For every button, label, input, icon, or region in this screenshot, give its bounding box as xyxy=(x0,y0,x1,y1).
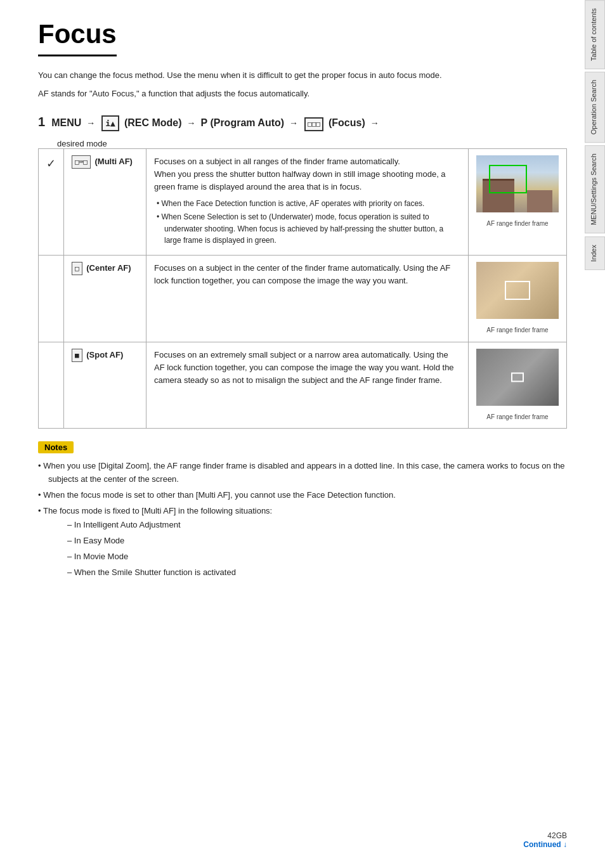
checkmark-cell: ✓ xyxy=(39,149,64,256)
multi-af-bullet-1: When the Face Detection function is acti… xyxy=(157,198,460,210)
multi-af-description: Focuses on a subject in all ranges of th… xyxy=(154,157,446,191)
notes-item-2: When the focus mode is set to other than… xyxy=(38,489,567,502)
arrow-1: → xyxy=(86,117,95,130)
center-af-check-cell xyxy=(39,255,64,342)
multi-af-icon: □⌨□ xyxy=(72,155,91,169)
tab-table-of-contents[interactable]: Table of contents xyxy=(585,0,605,69)
step-rec-mode-label: (REC Mode) xyxy=(124,115,182,131)
notes-section: Notes When you use [Digital Zoom], the A… xyxy=(38,441,567,579)
multi-af-bullets: When the Face Detection function is acti… xyxy=(154,198,460,247)
step-desired-mode: desired mode xyxy=(57,139,567,148)
step-program-auto-label: P (Program Auto) xyxy=(201,115,285,131)
center-af-cell: □ (Center AF) xyxy=(64,255,146,342)
step-number: 1 xyxy=(38,112,45,131)
multi-af-label: (Multi AF) xyxy=(95,157,133,166)
table-row: ✓ □⌨□ (Multi AF) Focuses on a subject in… xyxy=(39,149,567,256)
center-af-image xyxy=(476,262,559,319)
multi-af-image-cell: AF range finder frame xyxy=(469,149,567,256)
center-af-desc-cell: Focuses on a subject in the center of th… xyxy=(146,255,469,342)
intro-paragraph-1: You can change the focus method. Use the… xyxy=(38,69,567,82)
spot-af-icon: ■ xyxy=(72,349,82,362)
checkmark-icon: ✓ xyxy=(46,157,56,170)
center-af-frame-label: AF range finder frame xyxy=(476,325,559,335)
notes-sub-item-4: When the Smile Shutter function is activ… xyxy=(67,566,567,580)
notes-badge: Notes xyxy=(38,441,74,453)
step-menu-label: MENU xyxy=(51,115,81,131)
multi-af-desc-cell: Focuses on a subject in all ranges of th… xyxy=(146,149,469,256)
center-af-image-cell: AF range finder frame xyxy=(469,255,567,342)
right-sidebar: Table of contents Operation Search MENU/… xyxy=(581,0,605,868)
multi-af-image xyxy=(476,155,559,212)
spot-af-description: Focuses on an extremely small subject or… xyxy=(154,350,454,385)
notes-sub-item-1: In Intelligent Auto Adjustment xyxy=(67,519,567,532)
spot-af-desc-cell: Focuses on an extremely small subject or… xyxy=(146,342,469,429)
table-row: □ (Center AF) Focuses on a subject in th… xyxy=(39,255,567,342)
spot-af-label: (Spot AF) xyxy=(86,350,123,360)
center-af-description: Focuses on a subject in the center of th… xyxy=(154,263,450,285)
af-frame-spot xyxy=(511,372,524,382)
arrow-3: → xyxy=(289,117,298,130)
notes-sub-list: In Intelligent Auto Adjustment In Easy M… xyxy=(48,519,567,579)
table-row: ■ (Spot AF) Focuses on an extremely smal… xyxy=(39,342,567,429)
center-af-label: (Center AF) xyxy=(86,263,131,273)
spot-af-image xyxy=(476,349,559,406)
focus-mode-icon: □□□ xyxy=(304,117,323,132)
step-focus-label: (Focus) xyxy=(329,115,365,131)
notes-sub-item-3: In Movie Mode xyxy=(67,550,567,564)
page-title: Focus xyxy=(38,19,117,56)
multi-af-frame-label: AF range finder frame xyxy=(476,219,559,229)
notes-item-1: When you use [Digital Zoom], the AF rang… xyxy=(38,460,567,486)
arrow-4: → xyxy=(370,117,379,130)
arrow-2: → xyxy=(187,117,196,130)
af-frame-center xyxy=(505,281,530,300)
page-container: Table of contents Operation Search MENU/… xyxy=(0,0,605,868)
spot-af-check-cell xyxy=(39,342,64,429)
continued-label: Continued ↓ xyxy=(523,840,567,849)
notes-sub-item-2: In Easy Mode xyxy=(67,534,567,548)
spot-af-cell: ■ (Spot AF) xyxy=(64,342,146,429)
notes-item-3: The focus mode is fixed to [Multi AF] in… xyxy=(38,505,567,580)
page-number: 42GB xyxy=(523,831,567,840)
focus-table: ✓ □⌨□ (Multi AF) Focuses on a subject in… xyxy=(38,148,567,429)
spot-af-frame-label: AF range finder frame xyxy=(476,412,559,422)
tab-menu-settings-search[interactable]: MENU/Settings Search xyxy=(585,145,605,233)
notes-list: When you use [Digital Zoom], the AF rang… xyxy=(38,460,567,579)
tab-operation-search[interactable]: Operation Search xyxy=(585,72,605,143)
step-heading: 1 MENU → i▲ (REC Mode) → P (Program Auto… xyxy=(38,112,567,132)
page-footer: 42GB Continued ↓ xyxy=(523,831,567,849)
center-af-icon: □ xyxy=(72,262,82,275)
tab-index[interactable]: Index xyxy=(585,236,605,270)
spot-af-image-cell: AF range finder frame xyxy=(469,342,567,429)
af-frame-green-multi xyxy=(489,165,527,193)
rec-mode-icon: i▲ xyxy=(101,115,119,132)
multi-af-bullet-2: When Scene Selection is set to (Underwat… xyxy=(157,211,460,247)
intro-paragraph-2: AF stands for "Auto Focus," a function t… xyxy=(38,87,567,101)
multi-af-cell: □⌨□ (Multi AF) xyxy=(64,149,146,256)
